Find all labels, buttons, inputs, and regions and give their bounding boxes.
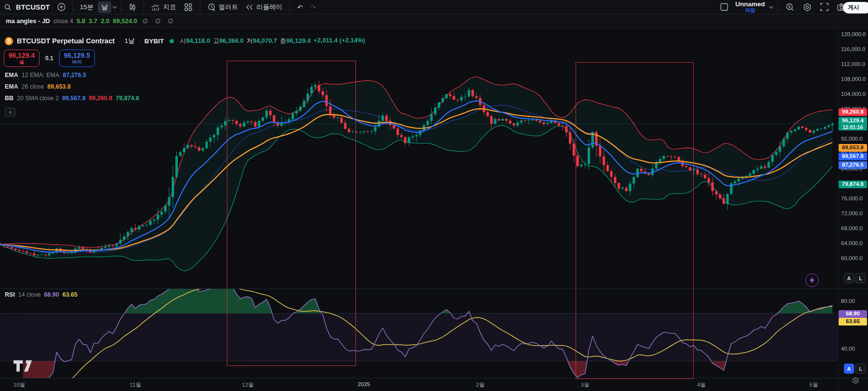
sell-button[interactable]: 96,129.4 셀 [4, 50, 39, 67]
log-scale-label: L [859, 366, 862, 372]
layout-select-icon[interactable] [717, 3, 731, 11]
price-axis-label: 112,000.0 [841, 61, 865, 67]
top-toolbar: BTCUSDT 15분 날 지표 [0, 0, 868, 14]
change-value: +2,011.4 (+2.14%) [314, 37, 365, 45]
main-chart-canvas[interactable] [0, 28, 838, 289]
toolbar-separator [72, 2, 73, 13]
price-axis-label: 104,000.0 [841, 91, 866, 97]
drawing-rectangle[interactable] [576, 62, 694, 379]
redo-button[interactable]: ↷ [307, 2, 319, 13]
hide-toggle-icon[interactable]: ∅ [153, 17, 162, 25]
low-value: 94,070.7 [253, 37, 277, 44]
replay-button[interactable]: 리플레이 [242, 1, 286, 13]
toolbar-left: BTCUSDT 15분 날 지표 [4, 1, 319, 13]
rsi-name: RSI [5, 291, 15, 298]
tradingview-logo[interactable] [13, 360, 39, 374]
price-axis-badge: 89,653.8 [839, 144, 867, 152]
indicator-value: 5.8 [77, 17, 85, 25]
rsi-pane-canvas[interactable] [0, 289, 838, 378]
sell-price: 96,129.4 [9, 52, 35, 59]
hide-toggle-icon[interactable]: ∅ [141, 17, 150, 25]
pane-separator[interactable] [0, 288, 868, 289]
price-axis-badge: 89,567.8 [839, 153, 867, 160]
market-status-dot[interactable] [170, 39, 174, 43]
lightning-trade-button[interactable] [805, 274, 819, 287]
trading-platform: BTCUSDT 15분 날 지표 [0, 0, 868, 391]
bb-params: 20 SMA close 2 [17, 95, 59, 102]
layout-chevron-down-icon[interactable] [769, 6, 774, 9]
price-axis-badge: 87,276.5 [839, 161, 867, 169]
indicator-params: close 4 [53, 17, 73, 25]
indicators-label: 지표 [163, 3, 176, 12]
ema26-name: EMA [5, 83, 18, 90]
replay-label: 리플레이 [256, 3, 282, 12]
ema12-params: 12 EMA: EMA [22, 72, 60, 78]
interval-15m-button[interactable]: 15분 [77, 1, 97, 13]
rsi-log-scale-button[interactable]: L [855, 364, 866, 374]
indicator-value: 2.0 [101, 17, 109, 25]
ema26-legend-row[interactable]: EMA 26 close 89,653.8 [5, 83, 71, 90]
log-scale-label: L [859, 275, 862, 281]
quick-search-icon[interactable] [782, 3, 798, 12]
price-axis-label: 68,000.0 [841, 225, 863, 231]
save-label: 저장 [745, 8, 755, 13]
bb-basis-value: 89,567.8 [62, 95, 86, 102]
rsi-axis-label: 80.00 [841, 298, 855, 304]
fullscreen-icon[interactable] [816, 3, 832, 11]
rsi-axis-badge: 68.90 [839, 310, 867, 318]
bb-name: BB [5, 95, 13, 102]
high-label: 고 [213, 37, 219, 44]
time-axis-settings-icon[interactable] [852, 377, 859, 384]
main-log-scale-button[interactable]: L [855, 273, 866, 283]
bb-legend-row[interactable]: BB 20 SMA close 2 89,567.8 99,260.8 79,8… [5, 95, 139, 102]
price-axis-label: 116,000.0 [841, 46, 865, 52]
settings-icon[interactable] [799, 3, 815, 12]
alert-button[interactable]: 얼러트 [204, 1, 242, 13]
indicators-button[interactable]: 지표 [148, 1, 180, 13]
candlestick-style-icon[interactable] [125, 3, 140, 12]
time-axis-label: 10월 [13, 381, 25, 389]
time-axis-label: 11월 [130, 381, 141, 389]
btc-coin-icon: ₿ [5, 37, 13, 45]
auto-scale-label: A [847, 275, 851, 281]
alert-clock-icon [208, 3, 216, 11]
main-auto-scale-button[interactable]: A [844, 273, 854, 283]
drawing-rectangle[interactable] [227, 61, 356, 366]
sell-label: 셀 [19, 59, 24, 65]
interval-chevron-down-icon[interactable] [112, 6, 117, 9]
hide-toggle-icon[interactable]: ∅ [166, 17, 175, 25]
indicators-icon [151, 3, 160, 11]
symbol-button[interactable]: BTCUSDT [13, 2, 53, 13]
chart-exchange: BYBIT [145, 38, 164, 45]
undo-button[interactable]: ↶ [294, 2, 306, 13]
toolbar-separator [144, 2, 144, 13]
ema12-legend-row[interactable]: EMA 12 EMA: EMA 87,276.5 [5, 72, 86, 78]
buy-label: 바이 [72, 59, 82, 65]
price-axis-label: 72,000.0 [841, 210, 863, 216]
layout-name-button[interactable]: Unnamed 저장 [732, 0, 768, 13]
toolbar-separator [121, 2, 121, 13]
buy-button[interactable]: 96,129.5 바이 [59, 50, 95, 67]
toolbar-separator [200, 2, 200, 13]
bb-upper-value: 99,260.8 [89, 95, 113, 102]
publish-button[interactable]: 게시 [843, 2, 868, 13]
chart-legend[interactable]: ₿ BTCUSDT Perpetual Contract · 1날 · BYBI… [5, 37, 365, 45]
alert-label: 얼러트 [219, 3, 238, 12]
compare-plus-icon[interactable] [54, 3, 68, 11]
rsi-axis-label: 40.00 [841, 346, 855, 352]
indicator-edit-bar[interactable]: ma angles - JD close 4 5.8 3.7 2.0 89,52… [0, 14, 868, 28]
price-axis-label: 92,000.0 [841, 136, 863, 142]
rsi-legend-row[interactable]: RSI 14 close 68.90 63.65 [5, 291, 78, 298]
rsi-params: 14 close [18, 291, 41, 298]
buy-price: 96,129.5 [64, 52, 90, 59]
ema12-value: 87,276.5 [63, 72, 86, 78]
search-icon[interactable] [4, 3, 12, 11]
collapse-legend-button[interactable]: ∧ [5, 108, 15, 117]
undo-icon: ↶ [297, 3, 302, 11]
price-axis-label: 64,000.0 [841, 240, 863, 246]
time-axis-label: 4월 [697, 381, 706, 389]
rsi-auto-scale-button[interactable]: A [844, 364, 854, 374]
interval-day-button[interactable]: 날 [98, 1, 111, 13]
time-axis-label: 3월 [581, 381, 590, 389]
layout-grid-icon[interactable] [181, 3, 196, 11]
